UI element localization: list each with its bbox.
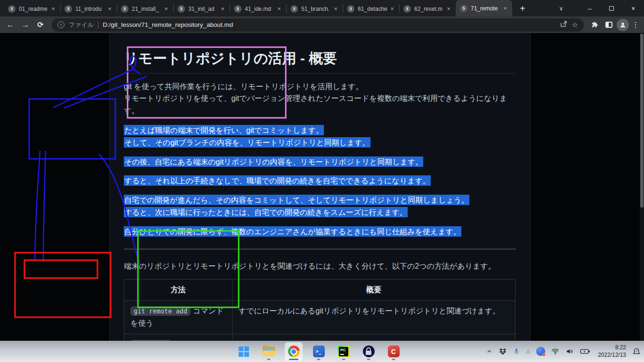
tab-61-detach[interactable]: S 61_detache ×	[343, 1, 399, 16]
running-indicator	[342, 359, 345, 360]
tab-label: 51_branch.	[301, 6, 332, 12]
tab-11-introdu[interactable]: S 11_introdu ×	[60, 1, 117, 16]
tab-close-icon[interactable]: ×	[49, 5, 57, 13]
tab-close-icon[interactable]: ×	[219, 5, 226, 13]
column-header-summary: 概要	[232, 280, 515, 301]
pycharm-button[interactable]: PC	[335, 342, 353, 361]
battery-icon[interactable]	[580, 347, 590, 356]
paragraph-selected-c: すると、それ以上の手続きなしで、職場での開発の続きを自宅でできるようになります。	[124, 175, 516, 187]
markdown-favicon: S	[460, 5, 467, 12]
intro-line-1: git を使って共同作業を行うには、リモートリポジトリを活用します。	[124, 82, 363, 90]
selected-text: すると、それ以上の手続きなしで、職場での開発の続きを自宅でできるようになります。	[124, 175, 431, 186]
app-globe-icon[interactable]	[536, 347, 545, 356]
tab-31-init-add[interactable]: S 31_init_ad ×	[173, 1, 230, 16]
cell-summary: すでにローカルにあるgitリポジトリをリモートリポジトリと関連づけます。	[232, 301, 515, 334]
tab-51-branch[interactable]: S 51_branch. ×	[286, 1, 343, 16]
methods-table: 方法 概要 git remote addコマンドを使う すでにローカルにあるgi…	[124, 279, 515, 341]
tab-close-icon[interactable]: ×	[445, 5, 452, 13]
tab-21-install[interactable]: S 21_install_ ×	[117, 1, 173, 16]
selected-text: すると、次に職場に行ったときには、自宅での開発の続きをスムーズに行えます。	[124, 207, 408, 217]
address-bar[interactable]: i ファイル D:/git_lesson/71_remote_repositor…	[52, 18, 584, 32]
markdown-favicon: S	[8, 5, 16, 13]
bookmark-star-icon[interactable]: ☆	[572, 21, 578, 29]
maximize-button[interactable]	[601, 0, 622, 16]
close-window-button[interactable]: ×	[622, 0, 644, 16]
start-button[interactable]	[235, 342, 253, 361]
screen: S 01_readme × S 11_introdu × S 21_instal…	[0, 0, 644, 362]
clock-time: 8:22	[615, 344, 626, 351]
url-text: D:/git_lesson/71_remote_repository_about…	[103, 21, 233, 28]
bell-z-label: z	[636, 349, 637, 353]
page-info-icon[interactable]: i	[57, 21, 64, 28]
tab-close-icon[interactable]: ×	[388, 5, 396, 13]
paragraph-methods: 端末のリポジトリとリモートリポジトリとを関連づけるには、大きく分けて、以下の2つ…	[124, 260, 516, 272]
page-viewport: リモートリポジトリの活用 - 概要 git を使って共同作業を行うには、リモート…	[0, 33, 644, 341]
tab-71-remote-active[interactable]: S 71_remote ×	[456, 0, 512, 16]
tab-search-icon[interactable]: ∨	[552, 0, 571, 16]
tab-close-icon[interactable]: ×	[162, 5, 170, 13]
wifi-icon[interactable]	[551, 347, 560, 356]
volume-icon[interactable]	[565, 347, 574, 356]
table-row: git remote addコマンドを使う すでにローカルにあるgitリポジトリ…	[124, 301, 515, 334]
intro-line-2: リモートリポジトリを使って、gitでバージョン管理されたソースコードを複数の端末…	[124, 94, 507, 115]
folder-icon	[263, 346, 275, 356]
cell-method: git cloneコマンドを使う	[124, 334, 233, 341]
window-controls: ∨ – ×	[552, 0, 644, 16]
selected-text: その後、自宅にある端末のgitリポジトリの内容を、リモートリポジトリと同期します…	[124, 156, 423, 167]
favicon-glyph: S	[293, 7, 296, 11]
favicon-glyph: S	[462, 6, 465, 11]
code-git-remote-add: git remote add	[130, 306, 191, 316]
camtasia-button[interactable]: C	[385, 342, 402, 361]
running-indicator	[317, 359, 320, 360]
notification-bell-icon[interactable]: zz	[632, 347, 641, 356]
markdown-favicon: S	[121, 5, 129, 13]
tab-label: 62_reset.m	[414, 6, 445, 12]
terminal-button[interactable]: >_	[310, 342, 328, 361]
windows-taskbar: >_ PC C A	[0, 341, 644, 362]
file-explorer-button[interactable]	[260, 342, 278, 361]
table-row: git cloneコマンドを使う リモートリポジトリの内容をローカルにクローンし…	[124, 334, 515, 341]
tab-close-icon[interactable]: ×	[106, 5, 113, 13]
page-scrollbar[interactable]	[640, 33, 644, 341]
browser-toolbar: ← → ⟳ i ファイル D:/git_lesson/71_remote_rep…	[0, 16, 644, 33]
keepass-button[interactable]	[360, 342, 378, 361]
menu-icon[interactable]: ⋮	[630, 20, 641, 29]
paragraph-selected-d: 自宅での開発が進んだら、その内容をコミットして、そしてリモートリポジトリと同期し…	[124, 194, 516, 219]
dropbox-icon[interactable]	[499, 347, 507, 356]
profile-avatar[interactable]	[617, 19, 629, 31]
back-button[interactable]: ←	[3, 20, 18, 30]
forward-button[interactable]: →	[18, 20, 33, 30]
tab-close-icon[interactable]: ×	[501, 5, 509, 12]
tab-close-icon[interactable]: ×	[332, 5, 339, 13]
tab-41-ide[interactable]: S 41_ide.md ×	[230, 1, 286, 16]
tab-label: 61_detache	[358, 6, 388, 12]
taskbar-center-icons: >_ PC C	[235, 341, 402, 362]
column-header-method: 方法	[124, 280, 233, 301]
tab-62-reset[interactable]: S 62_reset.m ×	[399, 1, 456, 16]
tab-label: 21_install_	[132, 6, 162, 12]
side-panel-icon[interactable]	[602, 22, 616, 28]
selected-text: たとえば職場の端末で開発を行い、gitでコミットします。	[124, 125, 324, 135]
tab-01-readme[interactable]: S 01_readme ×	[4, 1, 60, 16]
new-tab-button[interactable]: +	[516, 2, 529, 15]
tab-label: 41_ide.md	[245, 6, 275, 12]
cell-method: git remote addコマンドを使う	[124, 301, 233, 334]
selected-text: そして、そのgitブランチの内容を、リモートリポジトリと同期します。	[124, 137, 370, 148]
system-tray: A 8:22 2022/12/13 zz	[486, 341, 641, 362]
minimize-button[interactable]: –	[579, 0, 601, 16]
browser-tab-strip: S 01_readme × S 11_introdu × S 21_instal…	[0, 0, 644, 16]
windows-logo-icon	[239, 346, 249, 357]
chrome-button[interactable]	[285, 342, 303, 361]
tab-close-icon[interactable]: ×	[275, 5, 283, 13]
scrollbar-thumb[interactable]	[640, 34, 644, 207]
share-icon[interactable]	[560, 20, 568, 30]
extensions-icon[interactable]	[588, 21, 602, 29]
microphone-icon[interactable]	[513, 347, 520, 356]
table-header-row: 方法 概要	[124, 280, 515, 301]
ime-indicator[interactable]: A	[526, 348, 531, 355]
camtasia-icon: C	[387, 346, 399, 357]
tray-chevron-up-icon[interactable]	[486, 348, 493, 355]
taskbar-clock[interactable]: 8:22 2022/12/13	[598, 344, 626, 359]
markdown-favicon: S	[177, 5, 185, 13]
reload-button[interactable]: ⟳	[33, 20, 48, 29]
